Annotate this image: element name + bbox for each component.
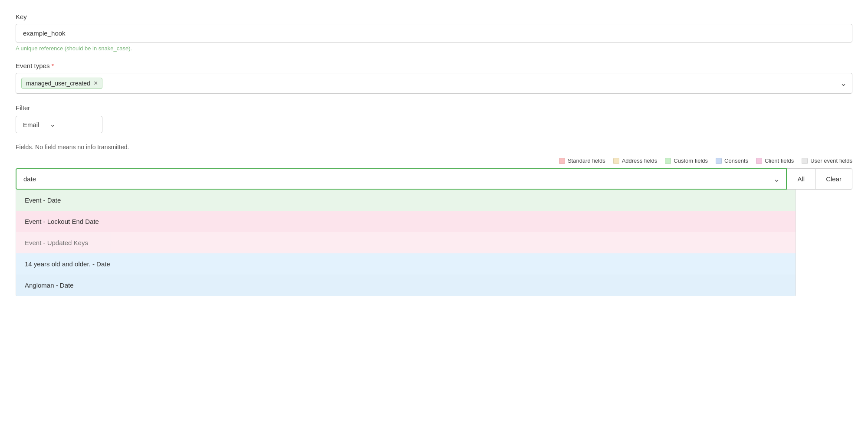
legend-item-client: Client fields xyxy=(756,157,794,164)
event-types-input[interactable]: managed_user_created × ⌄ xyxy=(16,73,852,94)
legend-swatch-user_event xyxy=(802,158,808,164)
search-wrapper: ⌄ xyxy=(16,168,787,190)
legend-item-address: Address fields xyxy=(613,157,658,164)
legend-item-standard: Standard fields xyxy=(559,157,605,164)
fields-search-input[interactable] xyxy=(16,169,767,189)
key-hint: A unique reference (should be in snake_c… xyxy=(16,45,852,52)
filter-arrow-icon: ⌄ xyxy=(50,121,56,128)
legend-label-consents: Consents xyxy=(724,157,748,164)
dropdown-list-item[interactable]: Angloman - Date xyxy=(16,275,796,296)
tag-label: managed_user_created xyxy=(26,80,90,87)
legend-label-client: Client fields xyxy=(765,157,794,164)
filter-value: Email xyxy=(23,121,39,128)
clear-button[interactable]: Clear xyxy=(815,168,852,190)
legend-item-user_event: User event fields xyxy=(802,157,852,164)
legend-label-custom: Custom fields xyxy=(674,157,708,164)
dropdown-list-item[interactable]: Event - Lockout End Date xyxy=(16,211,796,232)
legend-label-standard: Standard fields xyxy=(568,157,605,164)
dropdown-list-item[interactable]: Event - Date xyxy=(16,190,796,211)
dropdown-list-item[interactable]: 14 years old and older. - Date xyxy=(16,253,796,275)
filter-dropdown[interactable]: Email ⌄ xyxy=(16,116,102,133)
key-input[interactable] xyxy=(16,24,852,43)
fields-legend: Standard fieldsAddress fieldsCustom fiel… xyxy=(16,157,852,164)
legend-label-user_event: User event fields xyxy=(810,157,852,164)
required-marker: * xyxy=(51,62,54,69)
fields-note: Fields. No field means no info transmitt… xyxy=(16,144,852,151)
search-chevron-icon[interactable]: ⌄ xyxy=(767,174,786,184)
all-button[interactable]: All xyxy=(787,168,815,190)
legend-swatch-consents xyxy=(716,158,722,164)
search-row: ⌄ All Clear xyxy=(16,168,852,190)
legend-label-address: Address fields xyxy=(622,157,658,164)
legend-swatch-standard xyxy=(559,158,565,164)
legend-item-consents: Consents xyxy=(716,157,748,164)
tag-remove-button[interactable]: × xyxy=(94,80,98,87)
dropdown-list-item[interactable]: Event - Updated Keys xyxy=(16,232,796,253)
legend-swatch-client xyxy=(756,158,762,164)
filter-label: Filter xyxy=(16,104,852,111)
legend-item-custom: Custom fields xyxy=(665,157,708,164)
legend-swatch-custom xyxy=(665,158,671,164)
legend-swatch-address xyxy=(613,158,619,164)
event-type-tag[interactable]: managed_user_created × xyxy=(21,78,102,89)
key-label: Key xyxy=(16,13,852,20)
event-types-label: Event types* xyxy=(16,62,852,69)
event-types-dropdown-arrow[interactable]: ⌄ xyxy=(840,79,847,88)
search-dropdown: Event - DateEvent - Lockout End DateEven… xyxy=(16,190,796,296)
